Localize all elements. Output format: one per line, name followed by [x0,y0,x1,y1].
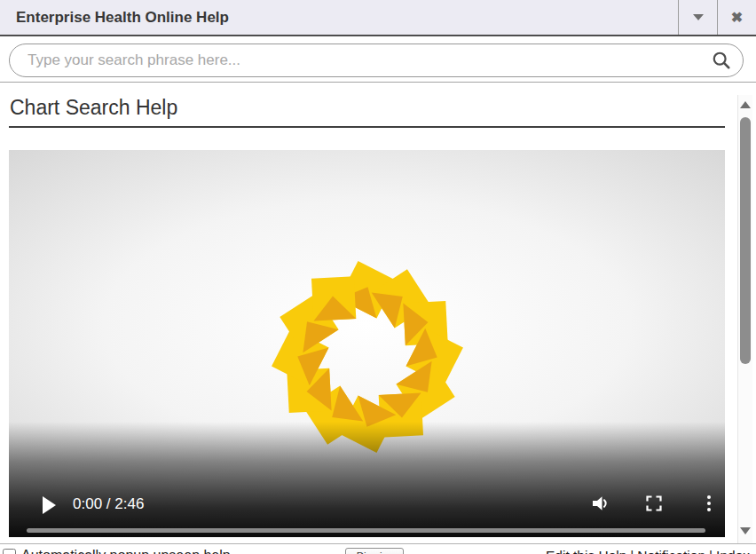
page-title: Chart Search Help [10,95,721,120]
scroll-up-icon[interactable] [740,101,751,108]
volume-icon[interactable] [589,493,610,514]
close-button[interactable]: ✖ [717,0,756,35]
dialog-footer: Automatically popup unseen help Dismiss … [0,543,756,554]
help-content-area: Chart Search Help 0:00 / 2:46 [0,95,756,543]
search-icon[interactable] [712,51,731,70]
video-controls: 0:00 / 2:46 [9,484,725,537]
search-input[interactable] [9,44,744,77]
help-video-player[interactable]: 0:00 / 2:46 [9,150,725,537]
heading-divider [9,126,725,128]
auto-popup-checkbox[interactable] [3,549,16,554]
vertical-scrollbar[interactable] [737,95,752,543]
auto-popup-option[interactable]: Automatically popup unseen help [3,548,345,554]
link-separator: | [705,548,716,554]
more-options-icon[interactable] [698,493,720,514]
index-link[interactable]: Index [716,548,750,554]
scrollbar-thumb[interactable] [740,117,751,364]
link-separator: | [626,548,637,554]
close-icon: ✖ [731,11,743,25]
chevron-down-icon [693,14,704,20]
play-button[interactable] [43,496,56,514]
video-time-display: 0:00 / 2:46 [73,495,144,513]
dialog-title: Enterprise Health Online Help [0,0,678,35]
fullscreen-icon[interactable] [643,493,665,514]
search-pill [9,44,744,77]
collapse-button[interactable] [678,0,717,35]
search-bar-section [0,36,756,83]
auto-popup-label: Automatically popup unseen help [21,548,231,554]
notification-link[interactable]: Notification [637,548,705,554]
scroll-down-icon[interactable] [740,527,751,534]
footer-links: Edit this Help|Notification|Index [546,548,750,554]
dismiss-button[interactable]: Dismiss [345,548,404,554]
dialog-titlebar: Enterprise Health Online Help ✖ [0,0,756,36]
edit-help-link[interactable]: Edit this Help [546,548,626,554]
video-progress-bar[interactable] [27,528,705,533]
